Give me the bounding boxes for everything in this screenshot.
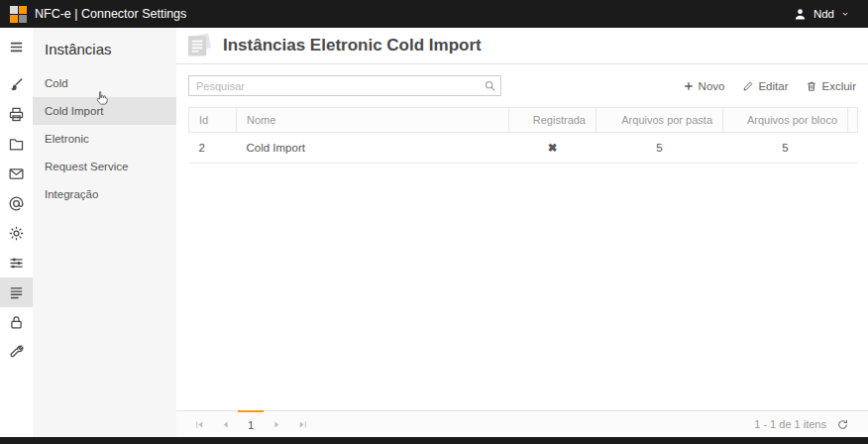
wrench-icon [8, 344, 25, 361]
cell-arquivos-por-bloco: 5 [723, 133, 848, 164]
mail-icon [8, 166, 25, 182]
cell-filler [848, 133, 858, 164]
app-window: NFC-e | Connector Settings Ndd Instância… [0, 0, 868, 444]
rail-item-folder[interactable] [0, 129, 33, 159]
grid-header-row: IdNomeRegistradaArquivos por pastaArquiv… [189, 108, 858, 133]
cell-registrada: ✖ [509, 133, 597, 164]
topbar: NFC-e | Connector Settings Ndd [0, 0, 868, 28]
app-logo-icon [10, 6, 27, 23]
search-icon [484, 79, 496, 92]
pager-last-button[interactable] [289, 411, 315, 437]
pager-prev-button[interactable] [212, 411, 238, 437]
user-icon [793, 7, 808, 22]
sidebar: Instâncias ColdCold ImportEletronicReque… [33, 28, 176, 437]
brush-icon [8, 76, 25, 93]
column-header-registrada[interactable]: Registrada [509, 108, 597, 133]
prev-icon [220, 419, 231, 430]
grid-body: 2Cold Import✖55 [189, 133, 858, 164]
icon-rail [0, 28, 33, 437]
search-input[interactable] [189, 77, 500, 96]
subnav-list: ColdCold ImportEletronicRequest ServiceI… [33, 69, 176, 208]
sidebar-item-integracao[interactable]: Integração [33, 180, 176, 208]
rail-item-printer[interactable] [0, 99, 33, 129]
rail-item-mail[interactable] [0, 159, 33, 188]
rail-item-at[interactable] [0, 188, 33, 218]
pager-info: 1 - 1 de 1 itens [754, 411, 826, 437]
at-icon [8, 195, 25, 212]
document-icon [184, 32, 215, 58]
rail-item-brush[interactable] [0, 69, 33, 99]
pager-next-button[interactable] [264, 411, 289, 437]
next-icon [271, 419, 282, 430]
sidebar-item-eletronic[interactable]: Eletronic [33, 125, 176, 153]
rail-item-lock[interactable] [0, 307, 33, 337]
user-menu[interactable]: Ndd [793, 7, 850, 22]
page-header: Instâncias Eletronic Cold Import [176, 28, 868, 64]
pencil-icon [742, 80, 754, 92]
delete-button[interactable]: Excluir [806, 80, 856, 92]
trash-icon [806, 80, 817, 92]
sidebar-item-cold-import[interactable]: Cold Import [33, 97, 176, 125]
folder-icon [8, 136, 25, 153]
sidebar-item-request-service[interactable]: Request Service [33, 153, 176, 180]
column-header-id[interactable]: Id [189, 108, 237, 133]
chevron-down-icon [840, 9, 850, 19]
main-content: Instâncias Eletronic Cold Import NovoEdi… [176, 28, 868, 437]
grid: IdNomeRegistradaArquivos por pastaArquiv… [188, 107, 858, 410]
column-header-nome[interactable]: Nome [237, 108, 509, 133]
edit-button[interactable]: Editar [742, 80, 788, 92]
page-title: Instâncias Eletronic Cold Import [223, 36, 482, 56]
cell-arquivos-por-pasta: 5 [597, 133, 723, 164]
seek-first-icon [194, 419, 205, 430]
new-button[interactable]: Novo [683, 80, 725, 92]
new-label: Novo [699, 80, 725, 92]
grid-toolbar: NovoEditarExcluir [176, 64, 868, 104]
pager-first-button[interactable] [186, 411, 212, 437]
sliders-icon [8, 255, 25, 272]
sidebar-title: Instâncias [33, 28, 176, 69]
cell-nome: Cold Import [237, 133, 509, 164]
lock-icon [8, 314, 25, 331]
column-header-arquivos-por-pasta[interactable]: Arquivos por pasta [597, 108, 723, 133]
grid-toolbar-actions: NovoEditarExcluir [683, 80, 858, 92]
delete-label: Excluir [821, 80, 856, 92]
printer-icon [8, 106, 25, 123]
table-row[interactable]: 2Cold Import✖55 [189, 133, 858, 164]
cell-id: 2 [189, 133, 237, 164]
refresh-button[interactable] [826, 411, 858, 437]
search-box [188, 75, 501, 96]
plus-icon [683, 80, 695, 92]
rail-item-menu[interactable] [0, 32, 33, 61]
pager-current-page[interactable]: 1 [238, 410, 264, 437]
menu-icon [8, 39, 25, 56]
sidebar-item-cold[interactable]: Cold [33, 69, 176, 97]
user-name: Ndd [814, 8, 834, 20]
pager: 1 1 - 1 de 1 itens [176, 410, 868, 437]
seek-end-icon [297, 419, 308, 430]
edit-label: Editar [758, 80, 788, 92]
rail-item-sliders[interactable] [0, 248, 33, 278]
rail-item-queue[interactable] [0, 278, 33, 307]
column-header-filler [848, 108, 858, 133]
rail-item-gear[interactable] [0, 218, 33, 248]
app-title: NFC-e | Connector Settings [35, 7, 186, 21]
bottom-bar [0, 437, 868, 444]
gear-icon [8, 225, 25, 242]
refresh-icon [836, 418, 849, 431]
column-header-arquivos-por-bloco[interactable]: Arquivos por bloco [723, 108, 848, 133]
queue-icon [8, 284, 25, 301]
rail-item-wrench[interactable] [0, 337, 33, 367]
